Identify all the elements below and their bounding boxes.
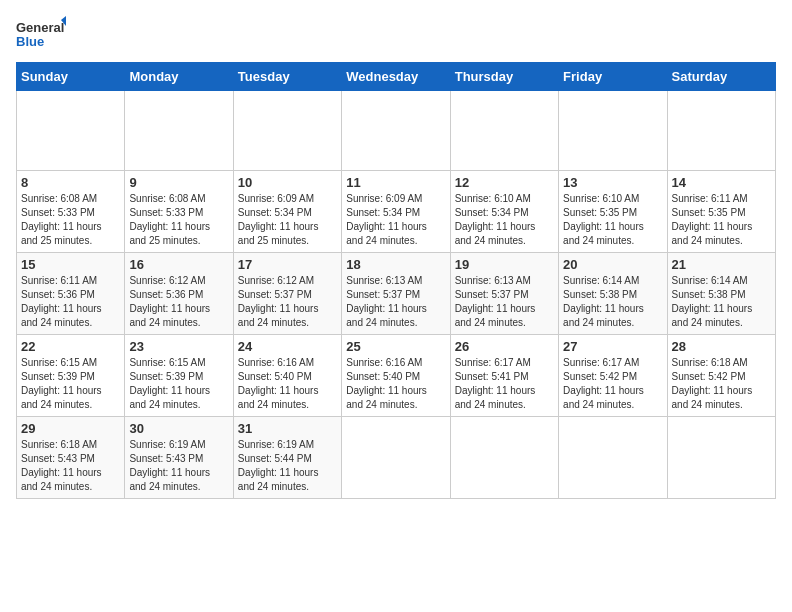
day-cell-26: 26Sunrise: 6:17 AMSunset: 5:41 PMDayligh… — [450, 335, 558, 417]
header-saturday: Saturday — [667, 63, 775, 91]
cell-content: Sunrise: 6:15 AMSunset: 5:39 PMDaylight:… — [129, 356, 228, 412]
cell-content: Sunrise: 6:12 AMSunset: 5:37 PMDaylight:… — [238, 274, 337, 330]
day-number: 29 — [21, 421, 120, 436]
day-number: 31 — [238, 421, 337, 436]
day-cell-20: 20Sunrise: 6:14 AMSunset: 5:38 PMDayligh… — [559, 253, 667, 335]
day-number: 18 — [346, 257, 445, 272]
empty-cell — [233, 91, 341, 171]
day-number: 26 — [455, 339, 554, 354]
day-number: 11 — [346, 175, 445, 190]
day-cell-28: 28Sunrise: 6:18 AMSunset: 5:42 PMDayligh… — [667, 335, 775, 417]
calendar-week-2: 8Sunrise: 6:08 AMSunset: 5:33 PMDaylight… — [17, 171, 776, 253]
cell-content: Sunrise: 6:09 AMSunset: 5:34 PMDaylight:… — [238, 192, 337, 248]
cell-content: Sunrise: 6:14 AMSunset: 5:38 PMDaylight:… — [563, 274, 662, 330]
calendar-week-5: 29Sunrise: 6:18 AMSunset: 5:43 PMDayligh… — [17, 417, 776, 499]
day-number: 24 — [238, 339, 337, 354]
calendar-week-3: 15Sunrise: 6:11 AMSunset: 5:36 PMDayligh… — [17, 253, 776, 335]
day-cell-27: 27Sunrise: 6:17 AMSunset: 5:42 PMDayligh… — [559, 335, 667, 417]
calendar-week-4: 22Sunrise: 6:15 AMSunset: 5:39 PMDayligh… — [17, 335, 776, 417]
cell-content: Sunrise: 6:14 AMSunset: 5:38 PMDaylight:… — [672, 274, 771, 330]
day-number: 23 — [129, 339, 228, 354]
svg-text:General: General — [16, 20, 64, 35]
cell-content: Sunrise: 6:12 AMSunset: 5:36 PMDaylight:… — [129, 274, 228, 330]
cell-content: Sunrise: 6:08 AMSunset: 5:33 PMDaylight:… — [129, 192, 228, 248]
day-number: 28 — [672, 339, 771, 354]
day-cell-17: 17Sunrise: 6:12 AMSunset: 5:37 PMDayligh… — [233, 253, 341, 335]
cell-content: Sunrise: 6:08 AMSunset: 5:33 PMDaylight:… — [21, 192, 120, 248]
page-header: General Blue — [16, 16, 776, 58]
day-number: 9 — [129, 175, 228, 190]
day-cell-24: 24Sunrise: 6:16 AMSunset: 5:40 PMDayligh… — [233, 335, 341, 417]
header-wednesday: Wednesday — [342, 63, 450, 91]
day-number: 22 — [21, 339, 120, 354]
cell-content: Sunrise: 6:10 AMSunset: 5:34 PMDaylight:… — [455, 192, 554, 248]
header-friday: Friday — [559, 63, 667, 91]
day-cell-14: 14Sunrise: 6:11 AMSunset: 5:35 PMDayligh… — [667, 171, 775, 253]
day-cell-15: 15Sunrise: 6:11 AMSunset: 5:36 PMDayligh… — [17, 253, 125, 335]
empty-cell — [559, 417, 667, 499]
cell-content: Sunrise: 6:16 AMSunset: 5:40 PMDaylight:… — [238, 356, 337, 412]
cell-content: Sunrise: 6:11 AMSunset: 5:36 PMDaylight:… — [21, 274, 120, 330]
header-tuesday: Tuesday — [233, 63, 341, 91]
day-number: 27 — [563, 339, 662, 354]
day-cell-10: 10Sunrise: 6:09 AMSunset: 5:34 PMDayligh… — [233, 171, 341, 253]
day-number: 8 — [21, 175, 120, 190]
day-cell-13: 13Sunrise: 6:10 AMSunset: 5:35 PMDayligh… — [559, 171, 667, 253]
cell-content: Sunrise: 6:13 AMSunset: 5:37 PMDaylight:… — [346, 274, 445, 330]
day-cell-19: 19Sunrise: 6:13 AMSunset: 5:37 PMDayligh… — [450, 253, 558, 335]
day-number: 16 — [129, 257, 228, 272]
cell-content: Sunrise: 6:18 AMSunset: 5:42 PMDaylight:… — [672, 356, 771, 412]
day-number: 19 — [455, 257, 554, 272]
day-cell-21: 21Sunrise: 6:14 AMSunset: 5:38 PMDayligh… — [667, 253, 775, 335]
day-number: 21 — [672, 257, 771, 272]
empty-cell — [667, 417, 775, 499]
cell-content: Sunrise: 6:15 AMSunset: 5:39 PMDaylight:… — [21, 356, 120, 412]
day-number: 25 — [346, 339, 445, 354]
logo: General Blue — [16, 16, 66, 58]
cell-content: Sunrise: 6:10 AMSunset: 5:35 PMDaylight:… — [563, 192, 662, 248]
day-cell-29: 29Sunrise: 6:18 AMSunset: 5:43 PMDayligh… — [17, 417, 125, 499]
calendar-week-1 — [17, 91, 776, 171]
empty-cell — [17, 91, 125, 171]
day-cell-31: 31Sunrise: 6:19 AMSunset: 5:44 PMDayligh… — [233, 417, 341, 499]
day-cell-25: 25Sunrise: 6:16 AMSunset: 5:40 PMDayligh… — [342, 335, 450, 417]
day-number: 10 — [238, 175, 337, 190]
empty-cell — [559, 91, 667, 171]
cell-content: Sunrise: 6:17 AMSunset: 5:42 PMDaylight:… — [563, 356, 662, 412]
svg-text:Blue: Blue — [16, 34, 44, 49]
day-cell-18: 18Sunrise: 6:13 AMSunset: 5:37 PMDayligh… — [342, 253, 450, 335]
empty-cell — [667, 91, 775, 171]
day-cell-9: 9Sunrise: 6:08 AMSunset: 5:33 PMDaylight… — [125, 171, 233, 253]
header-thursday: Thursday — [450, 63, 558, 91]
day-number: 20 — [563, 257, 662, 272]
day-number: 30 — [129, 421, 228, 436]
day-number: 15 — [21, 257, 120, 272]
cell-content: Sunrise: 6:19 AMSunset: 5:44 PMDaylight:… — [238, 438, 337, 494]
cell-content: Sunrise: 6:18 AMSunset: 5:43 PMDaylight:… — [21, 438, 120, 494]
empty-cell — [450, 417, 558, 499]
day-cell-8: 8Sunrise: 6:08 AMSunset: 5:33 PMDaylight… — [17, 171, 125, 253]
empty-cell — [342, 417, 450, 499]
day-cell-22: 22Sunrise: 6:15 AMSunset: 5:39 PMDayligh… — [17, 335, 125, 417]
empty-cell — [125, 91, 233, 171]
header-sunday: Sunday — [17, 63, 125, 91]
cell-content: Sunrise: 6:16 AMSunset: 5:40 PMDaylight:… — [346, 356, 445, 412]
day-number: 17 — [238, 257, 337, 272]
cell-content: Sunrise: 6:13 AMSunset: 5:37 PMDaylight:… — [455, 274, 554, 330]
calendar-header: SundayMondayTuesdayWednesdayThursdayFrid… — [17, 63, 776, 91]
cell-content: Sunrise: 6:17 AMSunset: 5:41 PMDaylight:… — [455, 356, 554, 412]
day-number: 14 — [672, 175, 771, 190]
day-cell-11: 11Sunrise: 6:09 AMSunset: 5:34 PMDayligh… — [342, 171, 450, 253]
day-cell-12: 12Sunrise: 6:10 AMSunset: 5:34 PMDayligh… — [450, 171, 558, 253]
cell-content: Sunrise: 6:09 AMSunset: 5:34 PMDaylight:… — [346, 192, 445, 248]
day-number: 13 — [563, 175, 662, 190]
header-monday: Monday — [125, 63, 233, 91]
empty-cell — [450, 91, 558, 171]
calendar-table: SundayMondayTuesdayWednesdayThursdayFrid… — [16, 62, 776, 499]
day-cell-23: 23Sunrise: 6:15 AMSunset: 5:39 PMDayligh… — [125, 335, 233, 417]
day-cell-30: 30Sunrise: 6:19 AMSunset: 5:43 PMDayligh… — [125, 417, 233, 499]
day-cell-16: 16Sunrise: 6:12 AMSunset: 5:36 PMDayligh… — [125, 253, 233, 335]
empty-cell — [342, 91, 450, 171]
cell-content: Sunrise: 6:19 AMSunset: 5:43 PMDaylight:… — [129, 438, 228, 494]
logo-svg: General Blue — [16, 16, 66, 58]
